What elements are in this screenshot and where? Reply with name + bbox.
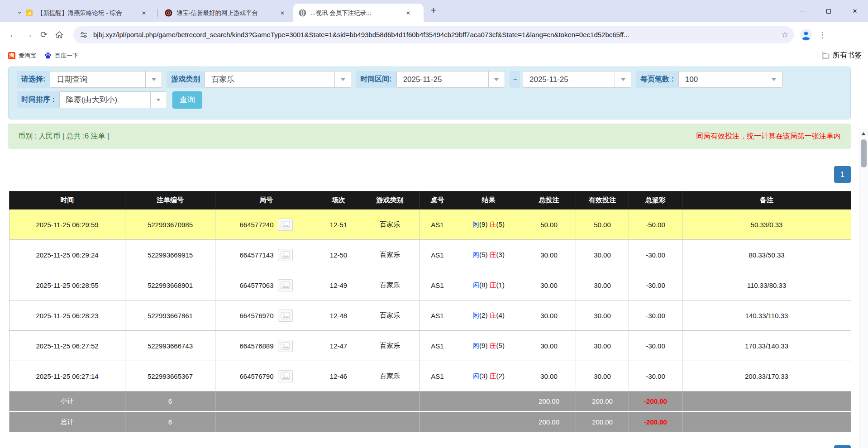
window-controls: ✕ (789, 0, 868, 22)
pagination-bottom-partial-button[interactable] (834, 445, 851, 448)
cell-result: 闲(2) 庄(4) (455, 300, 522, 331)
round-number: 664576970 (239, 312, 273, 319)
window-close-button[interactable]: ✕ (842, 0, 868, 22)
url-text[interactable]: bjbj.xyz/ipl/portal.php/game/betrecord_s… (93, 31, 777, 38)
cell-result: 闲(5) 庄(3) (455, 240, 522, 270)
table-row: 2025-11-25 06:27:52522993666743664576889… (10, 331, 851, 361)
cell-session: 12-51 (317, 210, 360, 240)
bookmark-star-icon[interactable]: ☆ (782, 30, 788, 39)
cell-round: 664576970 (215, 300, 317, 331)
tab-close-icon[interactable]: ✕ (139, 9, 148, 18)
all-bookmarks-button[interactable]: 所有书签 (822, 51, 862, 60)
cell-table-number: AS1 (420, 361, 455, 391)
tab-bet-records-active[interactable]: :::视讯 会员下注纪录::: ✕ (293, 4, 424, 22)
cell-time: 2025-11-25 06:28:55 (10, 270, 125, 300)
round-result-image-button[interactable] (278, 249, 293, 261)
cell-note: 110.33/80.33 (682, 270, 851, 300)
window-minimize-button[interactable] (789, 0, 816, 22)
round-result-image-button[interactable] (278, 340, 293, 352)
cell-total-bet: 30.00 (522, 240, 576, 270)
page-size-select[interactable]: 100 (678, 71, 782, 88)
date-to-value: 2025-11-25 (523, 75, 615, 84)
banker-points: (1) (496, 281, 505, 289)
cell-round: 664577240 (215, 210, 317, 240)
scroll-up-icon[interactable] (861, 132, 866, 135)
date-from-select[interactable]: 2025-11-25 (396, 71, 505, 88)
profile-avatar[interactable] (799, 28, 813, 42)
cell-time: 2025-11-25 06:29:24 (10, 240, 125, 270)
column-header: 桌号 (420, 191, 455, 210)
same-round-notice-text: 同局有效投注，统一计算在该局第一张注单内 (696, 132, 841, 141)
player-result: 闲 (472, 342, 479, 349)
home-button[interactable] (52, 27, 67, 43)
round-result-image-button[interactable] (278, 279, 293, 291)
pagination-page-1-button[interactable]: 1 (834, 166, 851, 183)
totals-empty (682, 391, 851, 412)
cell-bet-id: 522993667861 (125, 300, 215, 331)
banker-result: 庄 (490, 342, 496, 349)
cell-payout: -30.00 (629, 361, 682, 391)
browser-menu-icon[interactable]: ⋮ (818, 30, 826, 40)
window-maximize-button[interactable] (816, 0, 842, 22)
cell-result: 闲(8) 庄(1) (455, 270, 522, 300)
new-tab-button[interactable]: + (431, 6, 436, 15)
dropdown-caret-icon (615, 71, 631, 87)
totals-count: 6 (125, 391, 215, 412)
cell-note: 50.33/0.33 (682, 210, 851, 240)
player-result: 闲 (472, 251, 479, 258)
forward-button[interactable]: → (21, 27, 36, 43)
totals-empty (317, 412, 360, 432)
round-result-image-button[interactable] (278, 219, 293, 231)
site-settings-icon[interactable] (80, 31, 88, 39)
player-result: 闲 (472, 372, 479, 380)
filter-row-2: 时间排序 : 降幂(由大到小) 查询 (17, 91, 850, 108)
baidu-paw-icon (44, 52, 52, 59)
cell-table-number: AS1 (420, 331, 455, 361)
bookmark-aitaobao[interactable]: 淘 爱淘宝 (8, 52, 36, 60)
cell-bet-id: 522993669915 (125, 240, 215, 270)
cell-note: 200.33/170.33 (682, 361, 851, 391)
round-result-image-button[interactable] (278, 370, 293, 382)
totals-count: 6 (125, 412, 215, 432)
cell-valid-bet: 30.00 (576, 300, 629, 331)
taobao-icon: 淘 (8, 52, 15, 59)
date-to-select[interactable]: 2025-11-25 (523, 71, 631, 88)
player-points: (2) (479, 311, 487, 319)
cell-time: 2025-11-25 06:29:59 (10, 210, 125, 240)
round-result-image-button[interactable] (278, 310, 293, 322)
cell-session: 12-46 (317, 361, 360, 391)
cell-game-type: 百家乐 (360, 331, 420, 361)
query-type-select[interactable]: 日期查询 (50, 71, 162, 88)
cell-time: 2025-11-25 06:28:23 (10, 300, 125, 331)
cell-game-type: 百家乐 (360, 361, 420, 391)
tab-close-icon[interactable]: ✕ (404, 9, 413, 18)
round-number: 664576790 (239, 372, 273, 380)
folder-icon (822, 52, 830, 59)
date-range-label: 时间区间: (356, 71, 396, 88)
back-button[interactable]: ← (5, 27, 21, 43)
cell-valid-bet: 30.00 (576, 331, 629, 361)
column-header: 游戏类别 (360, 191, 420, 210)
vertical-scrollbar[interactable] (859, 129, 868, 448)
cell-bet-id: 522993666743 (125, 331, 215, 361)
search-button[interactable]: 查询 (172, 91, 202, 109)
address-bar[interactable]: bjbj.xyz/ipl/portal.php/game/betrecord_s… (73, 26, 794, 43)
tab-favicon-globe-icon (299, 9, 306, 17)
cell-bet-id: 522993668901 (125, 270, 215, 300)
banker-result: 庄 (490, 251, 496, 258)
totals-empty (360, 391, 420, 412)
scrollbar-thumb[interactable] (861, 139, 867, 167)
tab-haiyan-forum[interactable]: 【新提醒】海燕策略论坛 - 综合 ✕ (20, 4, 156, 22)
totals-total-bet: 200.00 (522, 391, 576, 412)
bookmark-baidu[interactable]: 百度一下 (44, 52, 78, 60)
reload-button[interactable]: ⟳ (36, 27, 52, 43)
totals-empty (455, 391, 522, 412)
cell-game-type: 百家乐 (360, 210, 420, 240)
subtotal-row: 小计6200.00200.00-200.00 (10, 391, 851, 412)
cell-valid-bet: 30.00 (576, 361, 629, 391)
sort-order-select[interactable]: 降幂(由大到小) (59, 91, 167, 108)
game-type-select[interactable]: 百家乐 (205, 71, 351, 88)
tab-close-icon[interactable]: ✕ (278, 9, 287, 18)
column-header: 结果 (455, 191, 522, 210)
tab-tongbao-gaming[interactable]: 通宝-信誉最好的网上游戏平台 ✕ (159, 4, 291, 22)
